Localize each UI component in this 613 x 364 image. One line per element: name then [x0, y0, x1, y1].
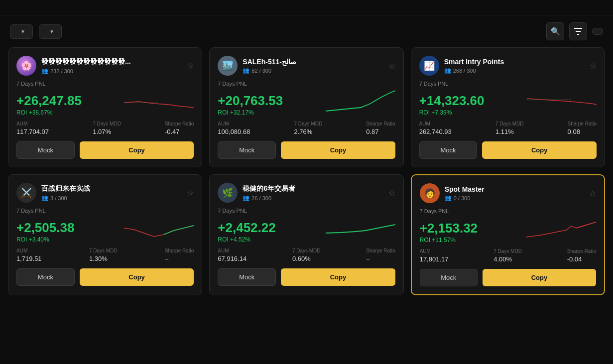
aum-label: AUM: [218, 121, 250, 126]
mini-chart: [526, 216, 596, 243]
members-count: 0 / 300: [454, 195, 471, 201]
members-count: 82 / 300: [251, 68, 271, 74]
action-row: Mock Copy: [419, 141, 597, 159]
pnl-roi: ROI +11.57%: [420, 237, 478, 243]
copy-button[interactable]: Copy: [281, 141, 395, 159]
card-name: 發發發發發發發發發發發發...: [41, 57, 131, 66]
sharpe-label: Sharpe Ratio: [567, 248, 596, 254]
favorite-button[interactable]: ☆: [590, 61, 597, 71]
sort-dropdown-arrow: ▼: [49, 29, 54, 34]
pnl-row: +26,247.85 ROI +38.67%: [16, 89, 194, 116]
pnl-label: 7 Days PNL: [16, 208, 194, 214]
mock-button[interactable]: Mock: [420, 269, 478, 286]
card-members: 👥 268 / 300: [444, 67, 504, 74]
mdd-label: 7 Days MDD: [93, 121, 121, 126]
favorite-button[interactable]: ☆: [187, 188, 194, 198]
card-members: 👥 82 / 300: [243, 67, 296, 74]
sharpe-value: 0.08: [568, 128, 597, 135]
mdd-value: 0.60%: [292, 255, 321, 262]
stats-row: AUM 67,916.14 7 Days MDD 0.60% Sharpe Ra…: [218, 248, 395, 262]
sharpe-value: –: [165, 255, 194, 262]
sort-dropdown[interactable]: ▼: [39, 24, 62, 39]
members-count: 26 / 300: [251, 195, 271, 201]
mock-button[interactable]: Mock: [16, 141, 75, 159]
mock-button[interactable]: Mock: [16, 268, 75, 286]
aum-value: 17,801.17: [420, 255, 449, 263]
aum-value: 262,740.93: [419, 128, 452, 135]
mdd-block: 7 Days MDD 4.00%: [493, 248, 522, 263]
members-icon: 👥: [444, 67, 451, 74]
copy-button[interactable]: Copy: [80, 268, 194, 286]
period-dropdown[interactable]: ▼: [10, 24, 33, 39]
members-icon: 👥: [41, 195, 48, 201]
mdd-value: 1.11%: [495, 128, 524, 135]
copy-button[interactable]: Copy: [483, 269, 596, 286]
card-members: 👥 0 / 300: [445, 195, 485, 201]
controls-right: 🔍: [546, 22, 603, 40]
pnl-roi: ROI +7.39%: [419, 109, 485, 116]
sharpe-value: 0.87: [366, 128, 395, 135]
copy-button[interactable]: Copy: [80, 141, 194, 159]
card-title-block: 稳健的6年交易者 👥 26 / 300: [243, 184, 295, 201]
filter-button[interactable]: [569, 22, 587, 40]
card-header-left: ⚔️ 百战归来在实战 👥 3 / 300: [16, 183, 90, 203]
aum-label: AUM: [218, 248, 246, 253]
action-row: Mock Copy: [16, 141, 194, 159]
mdd-label: 7 Days MDD: [89, 248, 118, 253]
search-button[interactable]: 🔍: [546, 22, 564, 40]
top-navigation: [0, 0, 613, 15]
stats-row: AUM 1,719.51 7 Days MDD 1.30% Sharpe Rat…: [16, 248, 194, 262]
card-title-block: SALEh-511-صالح 👥 82 / 300: [243, 58, 296, 74]
vs-button[interactable]: [592, 28, 603, 35]
mock-button[interactable]: Mock: [218, 141, 276, 159]
favorite-button[interactable]: ☆: [187, 61, 194, 71]
pnl-row: +2,452.22 ROI +4.52%: [218, 216, 395, 243]
aum-label: AUM: [420, 248, 449, 254]
members-icon: 👥: [445, 195, 452, 201]
action-row: Mock Copy: [218, 141, 395, 159]
action-row: Mock Copy: [16, 268, 194, 286]
pnl-label: 7 Days PNL: [218, 208, 395, 214]
card-name: Smart Intry Points: [444, 58, 504, 66]
card-header: 🧑 Spot Master 👥 0 / 300 ☆: [420, 183, 596, 203]
aum-block: AUM 67,916.14: [218, 248, 246, 262]
sharpe-block: Sharpe Ratio -0.47: [165, 121, 194, 135]
pnl-label: 7 Days PNL: [218, 81, 395, 87]
mock-button[interactable]: Mock: [419, 141, 478, 159]
stats-row: AUM 100,080.68 7 Days MDD 2.76% Sharpe R…: [218, 121, 395, 135]
card-header: 🌸 發發發發發發發發發發發發... 👥 232 / 300 ☆: [16, 56, 194, 76]
aum-value: 1,719.51: [16, 255, 42, 262]
sharpe-block: Sharpe Ratio -0.04: [567, 248, 596, 263]
mdd-value: 1.07%: [93, 128, 121, 135]
members-count: 268 / 300: [453, 68, 476, 74]
favorite-button[interactable]: ☆: [589, 189, 596, 198]
aum-block: AUM 117,704.07: [16, 121, 49, 135]
mdd-value: 4.00%: [493, 255, 522, 263]
favorite-button[interactable]: ☆: [388, 188, 395, 198]
members-icon: 👥: [41, 68, 48, 74]
aum-value: 117,704.07: [16, 128, 49, 135]
copy-button[interactable]: Copy: [281, 268, 395, 286]
card-header-left: 🏙️ SALEh-511-صالح 👥 82 / 300: [218, 56, 296, 76]
aum-block: AUM 100,080.68: [218, 121, 250, 135]
portfolio-card-card-5: 🌿 稳健的6年交易者 👥 26 / 300 ☆ 7 Days PNL +2,45…: [209, 174, 403, 295]
portfolio-card-card-2: 🏙️ SALEh-511-صالح 👥 82 / 300 ☆ 7 Days PN…: [209, 47, 403, 167]
card-title-block: 百战归来在实战 👥 3 / 300: [41, 184, 90, 201]
sharpe-block: Sharpe Ratio 0.08: [568, 121, 597, 135]
mock-button[interactable]: Mock: [218, 268, 276, 286]
card-header: 🏙️ SALEh-511-صالح 👥 82 / 300 ☆: [218, 56, 395, 76]
action-row: Mock Copy: [420, 269, 596, 286]
pnl-label: 7 Days PNL: [419, 81, 597, 87]
pnl-block: +14,323.60 ROI +7.39%: [419, 94, 485, 116]
copy-button[interactable]: Copy: [482, 141, 597, 159]
favorite-button[interactable]: ☆: [388, 61, 395, 71]
card-header-left: 📈 Smart Intry Points 👥 268 / 300: [419, 56, 504, 76]
sharpe-label: Sharpe Ratio: [366, 248, 395, 253]
card-name: 百战归来在实战: [41, 184, 90, 193]
aum-label: AUM: [16, 121, 49, 126]
pnl-roi: ROI +4.52%: [218, 236, 275, 243]
members-count: 3 / 300: [50, 195, 67, 201]
sharpe-block: Sharpe Ratio –: [366, 248, 395, 262]
pnl-row: +14,323.60 ROI +7.39%: [419, 89, 597, 116]
aum-block: AUM 1,719.51: [16, 248, 42, 262]
